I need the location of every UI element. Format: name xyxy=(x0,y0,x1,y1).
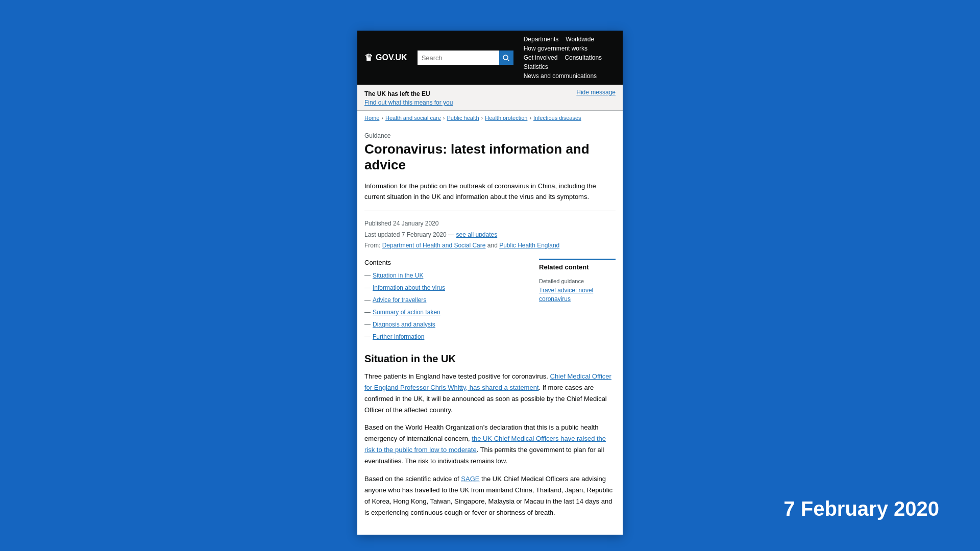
site-header: ♛ GOV.UK Departments Worldwide How gover… xyxy=(357,31,623,85)
search-input[interactable] xyxy=(418,51,499,65)
meta-section: Published 24 January 2020 Last updated 7… xyxy=(364,218,616,252)
crown-icon: ♛ xyxy=(364,52,373,63)
breadcrumb-public-health[interactable]: Public health xyxy=(447,115,479,121)
nav-get-involved[interactable]: Get involved xyxy=(524,54,558,61)
brexit-message: The UK has left the EU xyxy=(364,90,430,97)
list-item: Diagnosis and analysis xyxy=(364,318,532,331)
see-all-updates-link[interactable]: see all updates xyxy=(456,231,497,238)
svg-line-1 xyxy=(508,59,509,61)
divider-1 xyxy=(364,211,616,211)
nav-departments[interactable]: Departments xyxy=(524,36,559,43)
contents-list: Situation in the UK Information about th… xyxy=(364,269,532,343)
date-overlay: 7 February 2020 xyxy=(783,497,939,520)
main-nav: Departments Worldwide How government wor… xyxy=(524,36,616,80)
brexit-link[interactable]: Find out what this means for you xyxy=(364,99,453,106)
hide-message-button[interactable]: Hide message xyxy=(576,89,616,96)
breadcrumb-infectious-diseases[interactable]: Infectious diseases xyxy=(533,115,581,121)
nav-statistics[interactable]: Statistics xyxy=(524,63,548,70)
list-item: Summary of action taken xyxy=(364,306,532,318)
search-button[interactable] xyxy=(499,51,513,65)
published-date: Published 24 January 2020 xyxy=(364,218,616,230)
dhsc-link[interactable]: Department of Health and Social Care xyxy=(382,242,486,249)
breadcrumb-sep-3: › xyxy=(481,115,483,121)
svg-point-0 xyxy=(503,55,508,60)
related-detail-label: Detailed guidance xyxy=(539,278,616,284)
nav-consultations[interactable]: Consultations xyxy=(565,54,602,61)
related-title: Related content xyxy=(539,259,616,274)
guidance-label: Guidance xyxy=(364,132,616,139)
contents-link-info[interactable]: Information about the virus xyxy=(373,282,445,294)
search-form xyxy=(418,51,513,65)
situation-para-1: Three patients in England have tested po… xyxy=(364,371,616,416)
logo-text: GOV.UK xyxy=(376,53,407,62)
contents-link-situation[interactable]: Situation in the UK xyxy=(373,269,423,282)
from-line: From: Department of Health and Social Ca… xyxy=(364,240,616,252)
list-item: Information about the virus xyxy=(364,282,532,294)
situation-para3-start: Based on the scientific advice of xyxy=(364,475,461,483)
contents-related-row: Contents Situation in the UK Information… xyxy=(364,259,616,343)
breadcrumb: Home › Health and social care › Public h… xyxy=(357,111,623,125)
main-content: Guidance Coronavirus: latest information… xyxy=(357,125,623,535)
nav-how-gov-works[interactable]: How government works xyxy=(524,45,587,52)
page-description: Information for the public on the outbre… xyxy=(364,181,616,203)
sage-link[interactable]: SAGE xyxy=(461,475,479,483)
list-item: Situation in the UK xyxy=(364,269,532,282)
breadcrumb-health-protection[interactable]: Health protection xyxy=(485,115,527,121)
situation-para-3: Based on the scientific advice of SAGE t… xyxy=(364,473,616,518)
breadcrumb-sep-1: › xyxy=(381,115,383,121)
search-icon xyxy=(503,55,509,61)
breadcrumb-health-social-care[interactable]: Health and social care xyxy=(385,115,441,121)
contents-link-diagnosis[interactable]: Diagnosis and analysis xyxy=(373,318,435,331)
contents-col: Contents Situation in the UK Information… xyxy=(364,259,532,343)
last-updated-prefix: Last updated 7 February 2020 — xyxy=(364,231,456,238)
nav-news-comms[interactable]: News and communications xyxy=(524,72,597,80)
situation-section-title: Situation in the UK xyxy=(364,353,616,365)
gov-uk-logo[interactable]: ♛ GOV.UK xyxy=(364,52,407,63)
breadcrumb-sep-4: › xyxy=(529,115,531,121)
contents-link-summary[interactable]: Summary of action taken xyxy=(373,306,440,318)
page-container: ♛ GOV.UK Departments Worldwide How gover… xyxy=(357,31,623,535)
brexit-banner: The UK has left the EU Find out what thi… xyxy=(357,85,623,111)
last-updated: Last updated 7 February 2020 — see all u… xyxy=(364,230,616,241)
related-col: Related content Detailed guidance Travel… xyxy=(539,259,616,343)
related-link[interactable]: Travel advice: novel coronavirus xyxy=(539,286,616,304)
contents-link-further[interactable]: Further information xyxy=(373,331,424,343)
situation-para-2: Based on the World Health Organization’s… xyxy=(364,422,616,467)
from-prefix: From: xyxy=(364,242,382,249)
list-item: Further information xyxy=(364,331,532,343)
contents-title: Contents xyxy=(364,259,532,266)
breadcrumb-sep-2: › xyxy=(443,115,445,121)
from-and: and xyxy=(485,242,499,249)
situation-para1-start: Three patients in England have tested po… xyxy=(364,372,550,380)
list-item: Advice for travellers xyxy=(364,294,532,306)
page-title: Coronavirus: latest information and advi… xyxy=(364,141,616,173)
nav-worldwide[interactable]: Worldwide xyxy=(566,36,594,43)
phe-link[interactable]: Public Health England xyxy=(499,242,559,249)
contents-link-travellers[interactable]: Advice for travellers xyxy=(373,294,426,306)
breadcrumb-home[interactable]: Home xyxy=(364,115,379,121)
